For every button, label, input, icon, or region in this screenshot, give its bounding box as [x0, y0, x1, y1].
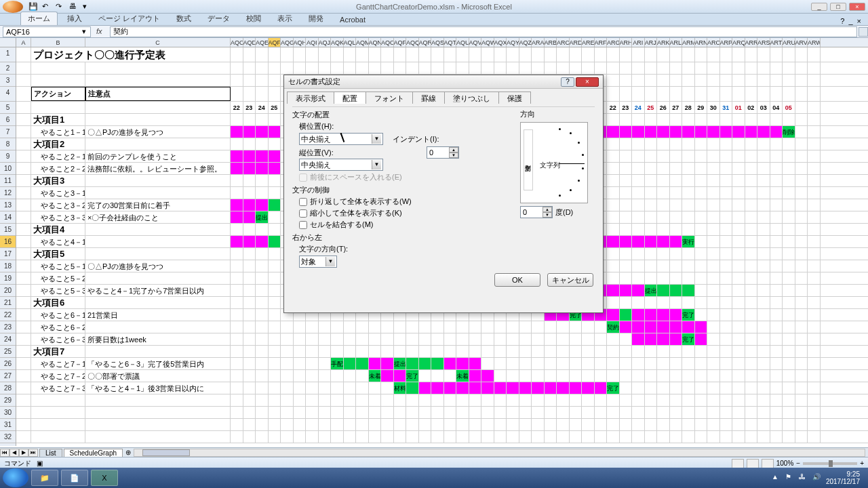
cell[interactable]: [732, 62, 745, 74]
cell[interactable]: [757, 309, 770, 321]
cell[interactable]: [469, 333, 482, 345]
cell[interactable]: [707, 382, 720, 394]
cell[interactable]: [695, 163, 708, 174]
orientation-vertical-text[interactable]: 文字列: [524, 129, 533, 190]
cell[interactable]: [431, 407, 444, 418]
cell[interactable]: [243, 272, 256, 284]
cell[interactable]: [532, 394, 545, 406]
cell[interactable]: [394, 370, 407, 382]
cell[interactable]: [757, 211, 770, 223]
cell[interactable]: [745, 297, 758, 308]
cell[interactable]: [243, 285, 256, 296]
cell[interactable]: [494, 346, 507, 357]
cell[interactable]: [745, 382, 758, 394]
cell[interactable]: [256, 47, 269, 62]
cell[interactable]: 「やること6－3」完了後5営業日内: [85, 358, 231, 369]
cell[interactable]: [695, 87, 708, 101]
cell[interactable]: [732, 333, 745, 345]
cell[interactable]: [269, 370, 281, 382]
cell[interactable]: [419, 431, 432, 443]
cell[interactable]: [770, 260, 783, 272]
cell[interactable]: [720, 370, 733, 382]
cell[interactable]: [757, 346, 770, 357]
cell[interactable]: [31, 102, 85, 113]
cell[interactable]: [369, 346, 382, 357]
cell[interactable]: [732, 75, 745, 86]
tray-volume-icon[interactable]: 🔊: [812, 473, 822, 483]
cell[interactable]: 手配準備: [331, 358, 344, 369]
cell[interactable]: [657, 419, 670, 430]
cell[interactable]: [732, 407, 745, 418]
cell[interactable]: [707, 75, 720, 86]
cell[interactable]: [85, 175, 231, 186]
cell[interactable]: [645, 126, 658, 138]
cell[interactable]: [31, 62, 85, 74]
cell[interactable]: [456, 62, 469, 74]
row-header[interactable]: 25: [0, 346, 16, 358]
cell[interactable]: [757, 199, 770, 211]
cell[interactable]: [570, 321, 583, 333]
cell[interactable]: [670, 309, 683, 321]
cell[interactable]: [381, 346, 394, 357]
cell[interactable]: [256, 236, 269, 247]
cell[interactable]: [243, 346, 256, 357]
cell[interactable]: [732, 394, 745, 406]
row-header[interactable]: 6: [0, 114, 16, 126]
cell[interactable]: [607, 407, 620, 418]
cell[interactable]: やること7－1: [31, 358, 85, 369]
cell[interactable]: [707, 163, 720, 174]
cell[interactable]: [783, 370, 795, 382]
cell[interactable]: [331, 419, 344, 430]
row-header[interactable]: 30: [0, 407, 16, 419]
cell[interactable]: [369, 321, 382, 333]
cell[interactable]: [570, 419, 583, 430]
cell[interactable]: [695, 199, 708, 211]
cell[interactable]: [381, 321, 394, 333]
cell[interactable]: [757, 47, 770, 62]
cell[interactable]: [670, 47, 683, 62]
cell[interactable]: [707, 333, 720, 345]
cell[interactable]: [419, 321, 432, 333]
cell[interactable]: [344, 358, 357, 369]
cell[interactable]: [695, 175, 708, 186]
cell[interactable]: アクション: [31, 87, 85, 101]
cell[interactable]: 「やること4－1」後3営業日以内に: [85, 382, 231, 394]
cell[interactable]: [570, 346, 583, 357]
cell[interactable]: [707, 431, 720, 443]
cell[interactable]: [732, 150, 745, 162]
cell[interactable]: 完了の30営業日前に着手: [85, 199, 231, 211]
cell[interactable]: [670, 175, 683, 186]
cell[interactable]: [243, 163, 256, 174]
cell[interactable]: [682, 407, 695, 418]
new-sheet-icon[interactable]: ⊕: [125, 449, 131, 456]
cell[interactable]: [808, 346, 821, 357]
cell[interactable]: [632, 211, 645, 223]
date-header[interactable]: 25: [645, 102, 658, 113]
ribbon-tab-formulas[interactable]: 数式: [170, 12, 198, 25]
cell[interactable]: [331, 382, 344, 394]
column-header[interactable]: ARD: [570, 38, 583, 47]
cell[interactable]: [16, 248, 31, 260]
cell[interactable]: [670, 260, 683, 272]
cell[interactable]: [344, 394, 357, 406]
cell[interactable]: [620, 272, 633, 284]
cell[interactable]: [16, 272, 31, 284]
cell[interactable]: [557, 431, 570, 443]
cell[interactable]: [269, 87, 281, 101]
cell[interactable]: [243, 382, 256, 394]
cell[interactable]: [256, 419, 269, 430]
cell[interactable]: [670, 248, 683, 260]
page-layout-view-button[interactable]: [747, 459, 759, 468]
date-header[interactable]: 24: [256, 102, 269, 113]
cell[interactable]: [481, 62, 494, 74]
column-header[interactable]: AQH: [294, 38, 307, 47]
cell[interactable]: [595, 62, 608, 74]
cell[interactable]: [269, 431, 281, 443]
row-header[interactable]: 7: [0, 126, 16, 138]
cell[interactable]: [381, 333, 394, 345]
cell[interactable]: [808, 285, 821, 296]
cell[interactable]: [795, 114, 808, 125]
column-header[interactable]: ARQ: [732, 38, 745, 47]
cell[interactable]: [294, 370, 307, 382]
cell[interactable]: [757, 248, 770, 260]
